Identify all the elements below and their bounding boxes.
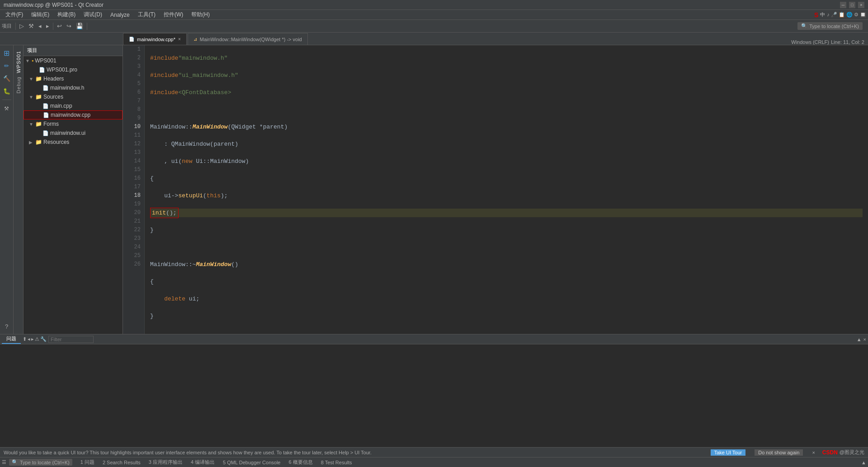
menu-controls[interactable]: 控件(W) [160, 10, 187, 19]
kw-include1: #include [150, 54, 178, 62]
icon-debug[interactable]: 🐛 [1, 85, 13, 97]
ln15: 15 [127, 166, 141, 174]
bs-tab-2[interactable]: 2 Search Results [99, 459, 144, 466]
dismiss-btn[interactable]: Do not show again [755, 449, 803, 456]
code-line-14: { [150, 277, 863, 286]
bs-tab-6[interactable]: 6 概要信息 [285, 458, 316, 467]
menu-analyze[interactable]: Analyze [107, 11, 133, 19]
tree-mainwindow-ui[interactable]: 📄 mainwindow.ui [24, 129, 123, 138]
label-wps001[interactable]: WPS001 [15, 49, 22, 75]
code-editor[interactable]: 1 2 3 4 5 6 7 8 9 10 11 12 13 14 15 16 1 [123, 45, 868, 334]
tab-close-mainwindow[interactable]: × [178, 37, 181, 42]
fn-init: init [152, 210, 166, 216]
tab-tool-btn4[interactable]: ⚠ [35, 336, 39, 342]
tb-forward-btn[interactable]: ▸ [44, 22, 51, 30]
str-uimwh: "ui_mainwindow.h" [178, 71, 238, 80]
code-line-11: } [150, 226, 863, 234]
status-close[interactable]: × [812, 450, 815, 455]
close-btn[interactable]: × [858, 2, 864, 8]
locator-bottom-text: Type to locate (Ctrl+K) [20, 460, 70, 465]
menu-build[interactable]: 构建(B) [54, 10, 79, 19]
menu-help[interactable]: 帮助(H) [188, 10, 213, 19]
menu-edit[interactable]: 编辑(E) [28, 10, 53, 19]
tree-sources[interactable]: ▼ 📁 Sources [24, 92, 123, 101]
menu-file[interactable]: 文件(F) [2, 10, 27, 19]
ln17: 17 [127, 183, 141, 191]
kw-new7: new [182, 157, 192, 166]
inc-qfontdb: <QFontDatabase> [178, 88, 231, 97]
ln22: 22 [127, 226, 141, 234]
tab-tool-btn2[interactable]: ◂ [28, 336, 30, 342]
label-wps001-pro: WPS001.pro [47, 67, 77, 73]
tb-undo-btn[interactable]: ↩ [55, 22, 64, 30]
label-mainwindow-ui: mainwindow.ui [50, 130, 85, 136]
tree-resources[interactable]: ▶ 📁 Resources [24, 138, 123, 147]
tree-wps001-pro[interactable]: 📄 WPS001.pro [24, 65, 123, 74]
bs-tab-8[interactable]: 8 Test Results [317, 459, 356, 466]
kw-include2: #include [150, 71, 178, 80]
label-main-cpp: main.cpp [50, 103, 72, 109]
bs-tab-4[interactable]: 4 编译输出 [187, 458, 218, 467]
bs-icon: ☰ [2, 459, 6, 465]
bs-up-icon[interactable]: ▲ [861, 460, 866, 465]
maximize-btn[interactable]: □ [849, 2, 855, 8]
tree-main-cpp[interactable]: 📄 main.cpp [24, 101, 123, 110]
sidebar-panel: 项目 ▼ ▪ WPS001 📄 WPS001.pro ▼ 📁 Headers 📄 [24, 45, 123, 334]
icon-build[interactable]: 🔨 [1, 72, 13, 84]
tab-tools: ⬆ ◂ ▸ ⚠ 🔧 [23, 336, 47, 342]
panel-up-btn[interactable]: ▲ [857, 337, 862, 342]
bottom-panel-content [0, 344, 868, 447]
ln11: 11 [127, 131, 141, 140]
tour-btn[interactable]: Take UI Tour [711, 449, 746, 456]
locator-bar[interactable]: 🔍 Type to locate (Ctrl+K) [797, 22, 863, 30]
tab-tool-btn1[interactable]: ⬆ [23, 336, 27, 342]
tb-debug-btn[interactable]: ⚒ [27, 22, 36, 30]
tab-tool-btn5[interactable]: 🔧 [40, 336, 47, 342]
code-content[interactable]: #include "mainwindow.h" #include "ui_mai… [145, 45, 868, 334]
bs-tab-1[interactable]: 1 问题 [77, 458, 98, 467]
window-buttons: ─ □ × [840, 2, 864, 8]
ln9: 9 [127, 114, 141, 123]
icon-edit[interactable]: ✏ [1, 60, 13, 71]
tb-save-btn[interactable]: 💾 [74, 22, 85, 30]
code-line-10: init(); [150, 209, 863, 217]
tb-redo-btn[interactable]: ↪ [65, 22, 73, 30]
tb-run-btn[interactable]: ▷ [18, 22, 26, 30]
ln14: 14 [127, 157, 141, 166]
tab-mainwindow-nav[interactable]: ⊿ MainWindow::MainWindow(QWidget *) -> v… [188, 33, 308, 45]
tree-mainwindow-cpp[interactable]: 📄 mainwindow.cpp [24, 110, 123, 119]
brace16: } [150, 312, 154, 320]
menu-debug[interactable]: 调试(D) [80, 10, 106, 19]
kw-include3: #include [150, 88, 178, 97]
toolbar-sep1 [15, 23, 16, 30]
tab-panel-right: ▲ × [857, 337, 866, 342]
tree-forms[interactable]: ▼ 📁 Forms [24, 119, 123, 129]
code-line-15: delete ui; [150, 295, 863, 303]
tree-wps001[interactable]: ▼ ▪ WPS001 [24, 56, 123, 65]
minimize-btn[interactable]: ─ [840, 2, 846, 8]
app-wrapper: mainwindow.cpp @ WPS001 - Qt Creator ─ □… [0, 0, 868, 467]
panel-close-btn[interactable]: × [863, 337, 866, 342]
kw-delete: delete [164, 295, 185, 303]
icon-welcome[interactable]: ⊞ [1, 47, 13, 59]
tab-tool-btn3[interactable]: ▸ [31, 336, 34, 342]
tab-issues[interactable]: 问题 [2, 335, 21, 344]
tree-mainwindow-h[interactable]: 📄 mainwindow.h [24, 83, 123, 92]
tree-headers[interactable]: ▼ 📁 Headers [24, 74, 123, 83]
sogou-icon: S [814, 11, 818, 19]
ln12: 12 [127, 140, 141, 148]
filter-input[interactable] [48, 336, 94, 343]
indent15 [150, 295, 164, 303]
tab-mainwindow-cpp[interactable]: 📄 mainwindow.cpp* × [123, 33, 187, 45]
tb-back-btn[interactable]: ◂ [37, 22, 43, 30]
bs-tab-5[interactable]: 5 QML Debugger Console [219, 459, 284, 466]
icon-mainwindow-cpp: 📄 [43, 112, 49, 118]
icon-project[interactable]: ⚒ [1, 103, 13, 114]
label-debug[interactable]: Debug [15, 75, 22, 95]
bs-tab-3[interactable]: 3 应用程序输出 [145, 458, 186, 467]
toolbar-sep2 [53, 23, 53, 30]
locator-bottom[interactable]: 🔍 Type to locate (Ctrl+K) [9, 459, 72, 466]
icon-project-folder: ▪ [32, 57, 33, 64]
icon-help[interactable]: ? [1, 320, 13, 332]
menu-tools[interactable]: 工具(T) [134, 10, 159, 19]
